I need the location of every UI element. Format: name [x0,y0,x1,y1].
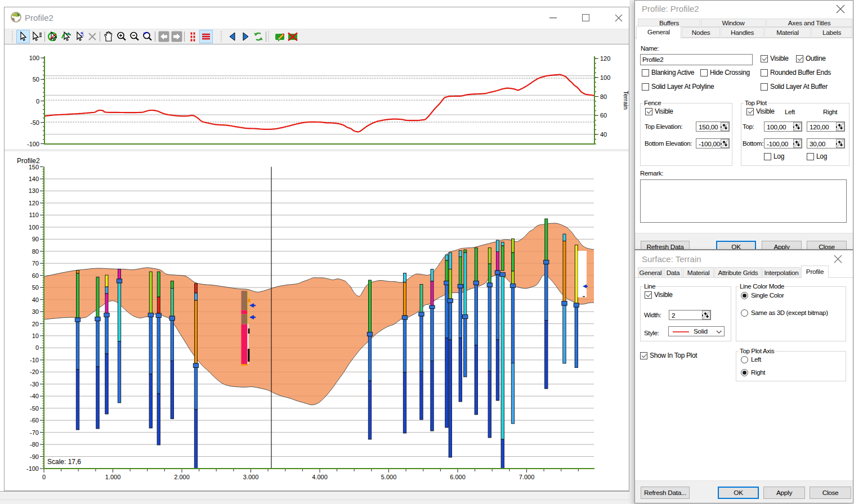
svg-text:10: 10 [32,332,39,339]
svg-text:-80: -80 [30,441,39,448]
svg-text:-100: -100 [27,141,39,147]
svg-text:-30: -30 [30,381,39,388]
svg-text:110: 110 [29,212,39,218]
svg-text:100: 100 [29,224,39,231]
svg-text:-90: -90 [30,453,39,460]
svg-text:4.000: 4.000 [312,474,328,480]
svg-text:40: 40 [600,131,607,138]
svg-text:100: 100 [600,74,610,81]
svg-text:Scale: 17,6: Scale: 17,6 [47,458,81,466]
svg-text:-20: -20 [30,368,39,375]
svg-text:-50: -50 [30,405,39,412]
svg-text:80: 80 [32,248,39,255]
svg-text:150: 150 [29,164,39,170]
svg-text:-40: -40 [30,393,39,399]
svg-text:2.000: 2.000 [174,474,190,480]
svg-text:90: 90 [32,236,39,242]
svg-text:-10: -10 [30,357,39,363]
svg-text:100: 100 [29,55,39,61]
svg-text:120: 120 [600,55,610,62]
svg-text:0: 0 [35,344,39,351]
svg-text:70: 70 [32,260,39,267]
svg-text:-70: -70 [30,429,39,436]
svg-text:120: 120 [29,200,39,206]
svg-text:Terrain: Terrain [623,91,629,110]
svg-text:0: 0 [36,98,39,105]
svg-text:140: 140 [29,176,39,182]
svg-text:130: 130 [29,187,39,194]
svg-text:7.000: 7.000 [519,474,535,480]
svg-text:50: 50 [32,284,39,291]
svg-text:-50: -50 [30,119,39,126]
svg-text:3.000: 3.000 [243,474,259,480]
svg-text:0: 0 [42,474,46,480]
svg-text:1.000: 1.000 [105,474,121,480]
svg-text:5.000: 5.000 [381,474,397,480]
svg-text:30: 30 [32,308,39,315]
svg-text:80: 80 [600,93,607,100]
svg-text:60: 60 [32,272,39,279]
svg-text:20: 20 [32,321,39,327]
svg-text:-100: -100 [26,465,39,472]
svg-text:50: 50 [33,76,39,83]
svg-text:6.000: 6.000 [450,474,466,480]
svg-text:-60: -60 [30,417,39,424]
svg-text:60: 60 [600,112,607,119]
svg-text:40: 40 [32,296,39,303]
